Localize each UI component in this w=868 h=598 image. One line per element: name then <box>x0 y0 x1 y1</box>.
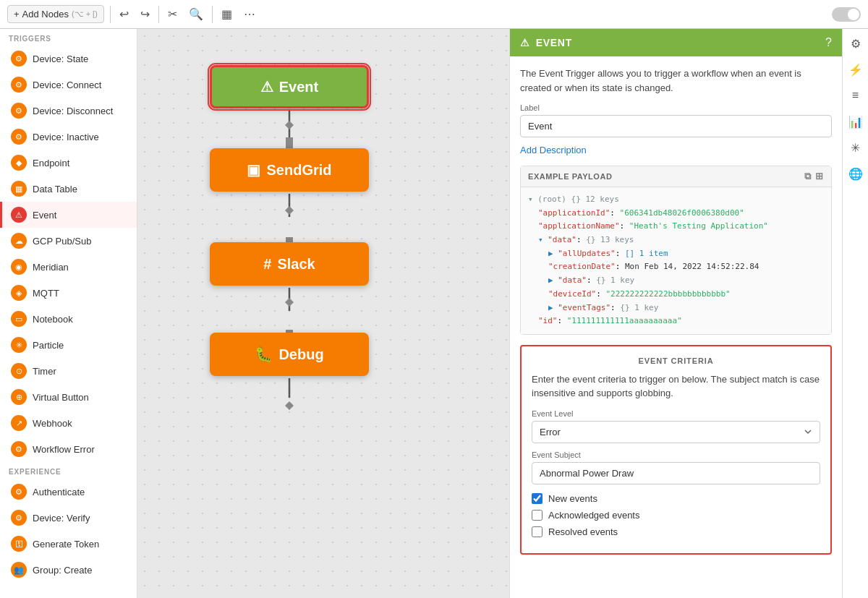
sidebar-item-virtual-button[interactable]: ⊕ Virtual Button <box>0 384 137 410</box>
device-disconnect-icon: ⚙ <box>11 103 27 119</box>
cut-button[interactable]: ✂ <box>165 6 180 22</box>
sidebar-item-timer[interactable]: ⊙ Timer <box>0 358 137 384</box>
list-icon[interactable]: ≡ <box>847 87 864 104</box>
sidebar-item-data-table[interactable]: ▦ Data Table <box>0 176 137 202</box>
star-icon[interactable]: ✳ <box>847 139 864 156</box>
sidebar-item-device-state[interactable]: ⚙ Device: State <box>0 46 137 72</box>
sidebar-item-workflow-error[interactable]: ⚙ Workflow Error <box>0 436 137 462</box>
add-block-button[interactable]: ▦ <box>218 6 235 22</box>
toggle-switch[interactable] <box>832 7 861 22</box>
resolved-events-row: Resolved events <box>532 526 820 537</box>
payload-header-label: EXAMPLE PAYLOAD <box>528 172 612 181</box>
event-node[interactable]: ⚠ Event <box>210 65 369 108</box>
sidebar-item-group-create[interactable]: 👥 Group: Create <box>0 557 137 583</box>
meridian-icon: ◉ <box>11 259 27 275</box>
slack-node-icon: # <box>263 256 271 273</box>
data-table-label: Data Table <box>33 184 77 195</box>
event-subject-input[interactable] <box>532 462 820 484</box>
sidebar-item-authenticate[interactable]: ⚙ Authenticate <box>0 479 137 505</box>
device-connect-icon: ⚙ <box>11 77 27 93</box>
sidebar-item-gcp-pubsub[interactable]: ☁ GCP Pub/Sub <box>0 228 137 254</box>
new-events-checkbox[interactable] <box>532 493 542 504</box>
criteria-header: EVENT CRITERIA <box>532 356 820 365</box>
right-panel-body: The Event Trigger allows you to trigger … <box>510 56 842 565</box>
header-title: EVENT <box>536 37 572 48</box>
settings-icon[interactable]: ⚙ <box>847 35 864 52</box>
sidebar-item-generate-token[interactable]: ⚿ Generate Token <box>0 531 137 557</box>
redo-button[interactable]: ↪ <box>137 6 153 22</box>
sidebar-item-device-disconnect[interactable]: ⚙ Device: Disconnect <box>0 98 137 124</box>
sendgrid-node[interactable]: ▣ SendGrid <box>210 148 369 192</box>
timer-label: Timer <box>33 366 56 377</box>
toolbar: + Add Nodes (⌥ + [) ↩ ↪ ✂ 🔍 ▦ ⋯ <box>0 0 868 29</box>
sidebar-item-webhook[interactable]: ↗ Webhook <box>0 410 137 436</box>
workflow-button[interactable]: ⋯ <box>241 6 258 22</box>
svg-marker-6 <box>285 206 294 215</box>
data-table-icon: ▦ <box>11 181 27 197</box>
right-sidebar: ⚙ ⚡ ≡ 📊 ✳ 🌐 <box>842 29 868 598</box>
resolved-events-checkbox[interactable] <box>532 526 542 537</box>
toolbar-divider-2 <box>158 6 159 23</box>
device-connect-label: Device: Connect <box>33 80 101 90</box>
zoom-button[interactable]: 🔍 <box>186 6 206 22</box>
debug-node-icon: 🐛 <box>255 346 273 363</box>
acknowledged-events-checkbox[interactable] <box>532 510 542 521</box>
sidebar-item-device-verify[interactable]: ⚙ Device: Verify <box>0 505 137 531</box>
sidebar-item-device-connect[interactable]: ⚙ Device: Connect <box>0 72 137 98</box>
event-level-label: Event Level <box>532 409 820 418</box>
endpoint-icon: ◆ <box>11 155 27 171</box>
main-layout: TRIGGERS ⚙ Device: State ⚙ Device: Conne… <box>0 29 868 598</box>
sidebar-item-event[interactable]: ⚠ Event <box>0 202 137 228</box>
add-description-link[interactable]: Add Description <box>520 145 587 155</box>
sidebar-item-mqtt[interactable]: ◈ MQTT <box>0 280 137 306</box>
debug-node[interactable]: 🐛 Debug <box>210 333 369 376</box>
help-button[interactable]: ? <box>825 36 832 49</box>
mqtt-label: MQTT <box>33 288 59 299</box>
sidebar-item-endpoint[interactable]: ◆ Endpoint <box>0 150 137 176</box>
experience-section-label: EXPERIENCE <box>0 462 137 479</box>
sidebar-item-notebook[interactable]: ▭ Notebook <box>0 306 137 332</box>
lightning-icon[interactable]: ⚡ <box>847 61 864 78</box>
generate-token-icon: ⚿ <box>11 536 27 552</box>
chart-icon[interactable]: 📊 <box>847 113 864 130</box>
shortcut-label: (⌥ + [) <box>72 9 98 19</box>
sidebar: TRIGGERS ⚙ Device: State ⚙ Device: Conne… <box>0 29 137 598</box>
copy-icon[interactable]: ⧉ <box>804 171 812 182</box>
generate-token-label: Generate Token <box>33 539 99 550</box>
gcp-pubsub-icon: ☁ <box>11 233 27 249</box>
mqtt-icon: ◈ <box>11 285 27 301</box>
particle-icon: ✳ <box>11 337 27 353</box>
virtual-button-label: Virtual Button <box>33 392 89 403</box>
expand-icon[interactable]: ⊞ <box>815 171 824 182</box>
sendgrid-node-label: SendGrid <box>266 162 331 179</box>
event-node-label: Event <box>279 79 318 95</box>
sidebar-item-device-inactive[interactable]: ⚙ Device: Inactive <box>0 124 137 150</box>
authenticate-icon: ⚙ <box>11 484 27 500</box>
plus-icon: + <box>14 9 20 20</box>
device-inactive-label: Device: Inactive <box>33 132 99 142</box>
sidebar-item-meridian[interactable]: ◉ Meridian <box>0 254 137 280</box>
notebook-icon: ▭ <box>11 311 27 327</box>
event-subject-label: Event Subject <box>532 450 820 459</box>
undo-button[interactable]: ↩ <box>116 6 132 22</box>
globe-icon[interactable]: 🌐 <box>847 165 864 182</box>
particle-label: Particle <box>33 340 64 351</box>
toolbar-divider-3 <box>212 6 213 23</box>
add-nodes-label: Add Nodes <box>22 9 69 20</box>
label-input[interactable] <box>520 115 832 137</box>
slack-node[interactable]: # Slack <box>210 242 369 286</box>
event-level-select[interactable]: Error Info Warning Critical <box>532 421 820 443</box>
sidebar-item-particle[interactable]: ✳ Particle <box>0 332 137 358</box>
webhook-icon: ↗ <box>11 415 27 431</box>
add-nodes-button[interactable]: + Add Nodes (⌥ + [) <box>7 5 104 23</box>
device-state-icon: ⚙ <box>11 51 27 67</box>
acknowledged-events-label: Acknowledged events <box>548 510 639 521</box>
header-icon: ⚠ <box>520 37 530 48</box>
triggers-section-label: TRIGGERS <box>0 29 137 46</box>
sendgrid-node-icon: ▣ <box>247 161 260 179</box>
canvas[interactable]: ⚠ Event ▣ SendGrid # Slack 🐛 Debug <box>137 29 509 598</box>
svg-marker-9 <box>285 298 294 307</box>
criteria-section: EVENT CRITERIA Enter the event criteria … <box>520 345 832 555</box>
workflow-error-icon: ⚙ <box>11 441 27 457</box>
event-label: Event <box>33 210 56 221</box>
